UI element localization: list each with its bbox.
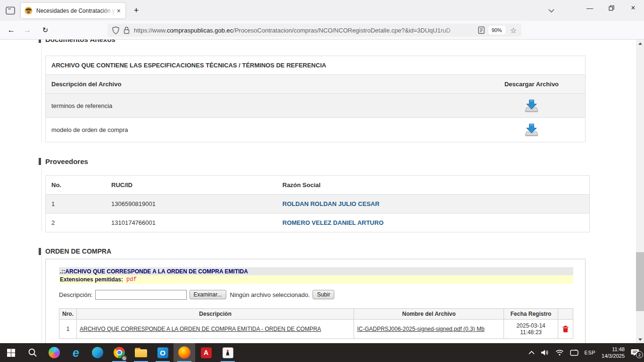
section-border bbox=[41, 166, 42, 231]
col-ruc: RUC/ID bbox=[106, 181, 277, 189]
zoom-level-badge[interactable]: 90% bbox=[488, 26, 505, 34]
file-explorer-icon[interactable] bbox=[130, 343, 152, 362]
table-row: modelo de orden de compra bbox=[46, 118, 585, 142]
new-tab-button[interactable]: + bbox=[130, 5, 142, 16]
restore-button[interactable] bbox=[601, 0, 622, 16]
notification-center-icon[interactable]: 2 bbox=[631, 349, 639, 356]
scroll-down-arrow[interactable] bbox=[636, 336, 644, 343]
clock-date: 14/3/2025 bbox=[602, 353, 625, 359]
forward-icon[interactable]: → bbox=[20, 21, 35, 39]
col-descripcion: Descripción bbox=[77, 309, 354, 320]
col-descargar-archivo: Descargar Archivo bbox=[478, 81, 585, 88]
url-path: /ProcesoContratacion/compras/NCO/NCORegi… bbox=[233, 27, 450, 34]
minimize-button[interactable]: — bbox=[579, 0, 601, 16]
documentos-table: ARCHIVO QUE CONTIENE LAS ESPECIFICACIONE… bbox=[45, 56, 586, 142]
table-row: terminos de referencia bbox=[46, 94, 585, 118]
tray-chevron-up-icon[interactable] bbox=[528, 351, 535, 354]
tab-bar: Necesidades de Contratación y × + — × bbox=[0, 0, 644, 21]
documentos-table-title: ARCHIVO QUE CONTIENE LAS ESPECIFICACIONE… bbox=[51, 62, 326, 69]
section-bullet bbox=[39, 40, 41, 43]
meet-now-icon[interactable] bbox=[570, 349, 578, 356]
url-bar[interactable]: https://www.compraspublicas.gob.ec/Proce… bbox=[107, 24, 521, 37]
file-fecha: 2025-03-14 11:48:23 bbox=[504, 320, 558, 339]
page-content: Documentos Anexos ARCHIVO QUE CONTIENE L… bbox=[0, 40, 644, 343]
url-text[interactable]: https://www.compraspublicas.gob.ec/Proce… bbox=[134, 27, 478, 34]
internet-explorer-icon[interactable]: e bbox=[65, 343, 87, 362]
subir-button[interactable]: Subir bbox=[313, 290, 334, 299]
close-button[interactable]: × bbox=[622, 0, 644, 16]
scroll-up-arrow[interactable] bbox=[636, 40, 644, 47]
file-name-link[interactable]: IC-GADPRSJ006-2025-signed-signed.pdf (0.… bbox=[357, 326, 484, 332]
section-title: Proveedores bbox=[45, 157, 88, 165]
extensiones-band: Extensiones pemitidas: pdf bbox=[59, 275, 573, 284]
extensiones-label: Extensiones pemitidas: bbox=[60, 276, 123, 283]
section-proveedores: Proveedores bbox=[39, 157, 88, 165]
reader-mode-icon[interactable] bbox=[478, 26, 485, 34]
proveedor-link[interactable]: ROLDAN ROLDAN JULIO CESAR bbox=[282, 200, 380, 207]
bookmark-star-icon[interactable]: ☆ bbox=[510, 26, 517, 35]
volume-icon[interactable] bbox=[541, 349, 549, 356]
archivo-descripcion: terminos de referencia bbox=[46, 102, 478, 109]
start-button[interactable] bbox=[0, 343, 22, 362]
shield-icon[interactable] bbox=[112, 26, 119, 34]
tab-close-icon[interactable]: × bbox=[116, 7, 122, 15]
edge-icon[interactable] bbox=[87, 343, 108, 362]
examinar-button[interactable]: Examinar... bbox=[190, 290, 226, 299]
table-row: 1 ARCHIVO QUE CORRESPONDE A LA ORDEN DE … bbox=[59, 320, 573, 339]
reload-icon[interactable]: ↻ bbox=[38, 21, 53, 39]
taskbar-search-icon[interactable] bbox=[22, 343, 43, 362]
no-file-text: Ningún archivo seleccionado. bbox=[230, 291, 310, 298]
section-border bbox=[41, 255, 42, 343]
browser-tab[interactable]: Necesidades de Contratación y × bbox=[21, 3, 125, 18]
table-row: 1 1306590819001 ROLDAN ROLDAN JULIO CESA… bbox=[46, 195, 589, 214]
tab-overflow-chevron-icon[interactable] bbox=[545, 6, 557, 16]
back-icon[interactable]: ← bbox=[4, 21, 19, 39]
language-indicator[interactable]: ESP bbox=[585, 350, 596, 355]
proveedor-ruc: 1310174766001 bbox=[106, 219, 277, 226]
copilot-icon[interactable] bbox=[43, 343, 65, 362]
section-bullet bbox=[39, 248, 41, 255]
col-razon-social: Razón Social bbox=[277, 181, 589, 189]
download-icon[interactable] bbox=[524, 99, 539, 113]
orden-band-title: .::ARCHIVO QUE CORRESPONDE A LA ORDEN DE… bbox=[59, 267, 573, 275]
browser-window: Necesidades de Contratación y × + — × ← … bbox=[0, 0, 644, 362]
proveedores-table: No. RUC/ID Razón Social 1 1306590819001 … bbox=[45, 175, 590, 232]
lock-icon[interactable] bbox=[124, 26, 130, 34]
archivo-descripcion: modelo de orden de compra bbox=[46, 126, 478, 133]
tab-title: Necesidades de Contratación y bbox=[36, 8, 116, 14]
descripcion-input[interactable] bbox=[95, 290, 187, 300]
documentos-table-header-row: Descripción del Archivo Descargar Archiv… bbox=[46, 75, 585, 94]
vertical-scrollbar[interactable] bbox=[636, 40, 644, 343]
outlook-icon[interactable]: O bbox=[152, 343, 173, 362]
clock[interactable]: 11:48 14/3/2025 bbox=[602, 346, 625, 359]
chrome-icon[interactable]: G bbox=[108, 343, 130, 362]
java-app-icon[interactable] bbox=[217, 343, 239, 362]
firefox-icon[interactable] bbox=[173, 343, 195, 362]
delete-trash-icon[interactable] bbox=[562, 325, 569, 333]
col-no: No. bbox=[46, 181, 106, 189]
fecha-date: 2025-03-14 bbox=[516, 322, 545, 329]
acrobat-icon[interactable]: A bbox=[195, 343, 217, 362]
taskbar: e G O A ESP 11:48 14/3/2025 2 bbox=[0, 343, 644, 362]
file-nro: 1 bbox=[59, 320, 77, 339]
wifi-icon[interactable] bbox=[555, 349, 564, 356]
proveedor-ruc: 1306590819001 bbox=[106, 200, 277, 207]
proveedor-no: 1 bbox=[46, 200, 106, 207]
file-descripcion-link[interactable]: ARCHIVO QUE CORRESPONDE A LA ORDEN DE CO… bbox=[80, 326, 321, 332]
scrollbar-thumb[interactable] bbox=[636, 252, 644, 311]
url-domain: compraspublicas.gob.ec bbox=[167, 27, 233, 34]
download-cell bbox=[478, 123, 585, 137]
clock-time: 11:48 bbox=[612, 346, 625, 352]
extensiones-value: pdf bbox=[126, 276, 137, 283]
section-title: Documentos Anexos bbox=[45, 40, 116, 43]
proveedor-link[interactable]: ROMERO VELEZ DANIEL ARTURO bbox=[282, 219, 384, 226]
section-documentos-anexos: Documentos Anexos bbox=[39, 40, 116, 43]
documentos-table-title-row: ARCHIVO QUE CONTIENE LAS ESPECIFICACIONE… bbox=[46, 56, 585, 75]
section-title: ORDEN DE COMPRA bbox=[45, 247, 111, 255]
firefox-view-icon[interactable] bbox=[4, 5, 17, 16]
col-actions bbox=[558, 309, 573, 320]
upload-form: Descripción: Examinar... Ningún archivo … bbox=[59, 289, 334, 300]
proveedor-no: 2 bbox=[46, 219, 106, 226]
download-icon[interactable] bbox=[524, 123, 539, 137]
orden-files-table: Nro. Descripción Nombre del Archivo Fech… bbox=[59, 308, 573, 339]
